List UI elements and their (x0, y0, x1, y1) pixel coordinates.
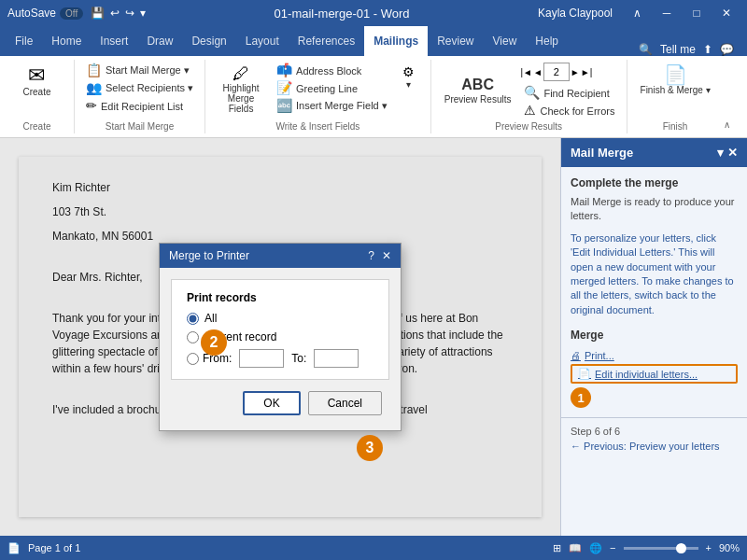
view-read-icon[interactable]: 📖 (569, 542, 582, 554)
zoom-in-button[interactable]: + (706, 542, 712, 553)
highlight-merge-fields-button[interactable]: 🖊 Highlight Merge Fields (213, 62, 269, 118)
tab-references[interactable]: References (289, 26, 364, 56)
nav-next-icon[interactable]: ► (571, 67, 580, 77)
recipients-icon: 👥 (86, 81, 102, 94)
comments-icon[interactable]: 💬 (720, 43, 734, 56)
tab-help[interactable]: Help (526, 26, 568, 56)
share-icon[interactable]: ⬆ (703, 43, 712, 56)
mail-merge-icon: 📋 (86, 63, 102, 77)
ribbon-tabs: File Home Insert Draw Design Layout Refe… (0, 26, 747, 56)
greeting-icon: 📝 (276, 81, 292, 94)
match-fields-button[interactable]: ⚙ ▾ (395, 62, 423, 93)
autosave-label: AutoSave (7, 7, 56, 20)
zoom-thumb (676, 543, 686, 553)
preview-results-button[interactable]: ABC Preview Results (439, 73, 517, 108)
radio-all-input[interactable] (187, 313, 199, 325)
edit-individual-letters-link[interactable]: 📄 Edit individual letters... (571, 364, 738, 384)
tab-file[interactable]: File (6, 26, 42, 56)
save-icon[interactable]: 💾 (91, 7, 105, 20)
ribbon-group-create: ✉ Create Create (0, 60, 75, 133)
cancel-button[interactable]: Cancel (308, 391, 382, 415)
sidebar-content: Complete the merge Mail Merge is ready t… (561, 167, 747, 417)
finish-label: Finish (663, 121, 688, 132)
greeting-line-button[interactable]: 📝 Greeting Line (273, 79, 391, 96)
prev-step-link[interactable]: ← Previous: Preview your letters (571, 441, 720, 452)
user-name: Kayla Claypool (538, 7, 613, 20)
sidebar-highlight-text: To personalize your letters, click 'Edit… (571, 231, 738, 317)
edit-individual-letters-label: Edit individual letters... (595, 369, 698, 380)
radio-current-input[interactable] (187, 331, 199, 343)
nav-first-icon[interactable]: |◄ (520, 67, 532, 77)
status-page-icon: 📄 (7, 542, 21, 554)
tab-mailings[interactable]: Mailings (364, 26, 428, 56)
dialog-title-bar: Merge to Printer ? ✕ (160, 244, 401, 268)
insert-field-icon: 🔤 (276, 99, 292, 112)
close-button[interactable]: ✕ (713, 0, 740, 26)
dialog-close-button[interactable]: ✕ (382, 249, 391, 262)
print-link[interactable]: 🖨 Print... (571, 347, 738, 364)
view-layout-icon[interactable]: ⊞ (553, 542, 561, 554)
minimize-button[interactable]: ─ (654, 0, 680, 26)
complete-merge-title: Complete the merge (571, 176, 738, 189)
tab-view[interactable]: View (484, 26, 527, 56)
check-errors-button[interactable]: ⚠ Check for Errors (520, 102, 618, 119)
ok-button[interactable]: OK (243, 391, 300, 415)
radio-from-input[interactable] (187, 353, 199, 365)
ribbon-collapse-arrow[interactable]: ∧ (724, 60, 739, 133)
tab-layout[interactable]: Layout (236, 26, 289, 56)
step-1-badge: 1 (571, 387, 591, 408)
finish-merge-button[interactable]: 📄 Finish & Merge ▾ (635, 62, 716, 99)
tab-home[interactable]: Home (42, 26, 91, 56)
tab-design[interactable]: Design (182, 26, 235, 56)
edit-recipient-list-button[interactable]: ✏ Edit Recipient List (82, 97, 197, 114)
merge-title: Merge (571, 329, 738, 342)
page-number-input[interactable] (543, 63, 570, 81)
ribbon-group-write-insert: 🖊 Highlight Merge Fields 📫 Address Block… (205, 60, 431, 133)
merge-to-printer-dialog: Merge to Printer ? ✕ Print records All (159, 243, 402, 431)
main-area: Kim Richter 103 7th St. Mankato, MN 5600… (0, 138, 747, 536)
title-right: Kayla Claypool ∧ ─ □ ✕ (538, 0, 740, 26)
autosave-toggle[interactable]: Off (60, 7, 83, 20)
dialog-help-button[interactable]: ? (368, 249, 374, 262)
find-recipient-button[interactable]: 🔍 Find Recipient (520, 84, 618, 101)
nav-prev-icon[interactable]: ◄ (533, 67, 543, 77)
merge-section: Merge 🖨 Print... 📄 Edit individual lette… (571, 329, 738, 408)
zoom-slider[interactable] (624, 547, 698, 550)
maximize-button[interactable]: □ (684, 0, 710, 26)
tell-me-label[interactable]: Tell me (660, 43, 696, 56)
address-block-button[interactable]: 📫 Address Block (273, 62, 391, 78)
sidebar-title: Mail Merge (571, 146, 633, 160)
to-input[interactable] (314, 349, 359, 368)
finish-icon: 📄 (664, 65, 687, 84)
dialog-body: Print records All Current record (171, 279, 389, 380)
from-input[interactable] (239, 349, 284, 368)
tab-review[interactable]: Review (428, 26, 483, 56)
to-label: To: (291, 352, 306, 365)
undo-icon[interactable]: ↩ (110, 7, 120, 20)
view-web-icon[interactable]: 🌐 (589, 542, 602, 554)
dialog-title: Merge to Printer (169, 249, 249, 262)
sidebar-close-icon[interactable]: ✕ (727, 146, 738, 160)
edit-letter-icon: 📄 (578, 368, 591, 380)
select-recipients-button[interactable]: 👥 Select Recipients ▾ (82, 79, 197, 96)
redo-icon[interactable]: ↪ (125, 7, 134, 20)
autosave-section: AutoSave Off (7, 7, 83, 20)
highlight-icon: 🖊 (233, 65, 249, 82)
ribbon-collapse-button[interactable]: ∧ (624, 0, 650, 26)
step-3-badge: 3 (357, 435, 383, 461)
tab-draw[interactable]: Draw (137, 26, 182, 56)
window-title: 01-mail-merge-01 - Word (146, 7, 538, 21)
zoom-out-button[interactable]: − (610, 542, 615, 553)
status-right: ⊞ 📖 🌐 − + 90% (553, 542, 740, 554)
insert-merge-field-button[interactable]: 🔤 Insert Merge Field ▾ (273, 97, 391, 114)
start-mail-merge-label: Start Mail Merge (106, 121, 174, 132)
sidebar-menu-icon[interactable]: ▾ (717, 146, 724, 160)
search-icon[interactable]: 🔍 (639, 43, 653, 56)
ribbon-content: ✉ Create Create 📋 Start Mail Merge ▾ 👥 S… (0, 56, 747, 138)
tab-insert[interactable]: Insert (91, 26, 137, 56)
nav-last-icon[interactable]: ►| (581, 67, 593, 77)
find-icon: 🔍 (524, 86, 540, 99)
dialog-overlay: 2 Merge to Printer ? ✕ Print records (19, 157, 542, 517)
create-button[interactable]: ✉ Create (17, 62, 56, 101)
start-mail-merge-button[interactable]: 📋 Start Mail Merge ▾ (82, 62, 197, 78)
